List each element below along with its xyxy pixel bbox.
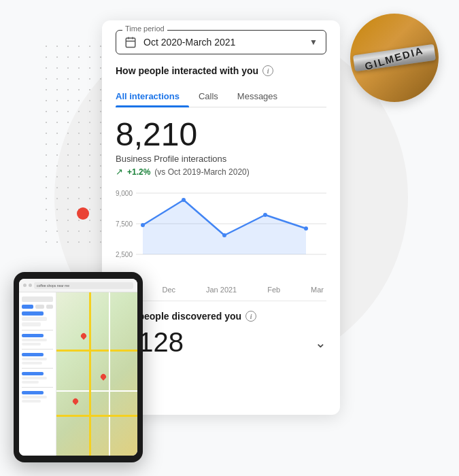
tab-calls[interactable]: Calls [189,86,228,107]
svg-point-15 [304,226,308,231]
trend-row: ↗ +1.2% (vs Oct 2019-March 2020) [116,167,326,177]
trend-up-icon: ↗ [116,167,123,177]
expand-icon[interactable]: ⌄ [315,335,326,351]
pen-brand-label: GILMEDIA [364,44,426,72]
url-bar[interactable]: coffee shops near me [34,282,133,289]
chart-x-labels: Nov Dec Jan 2021 Feb Mar [116,286,326,294]
map-road-2 [56,390,137,392]
sidebar-sep-1 [22,330,53,330]
chart-label-mar: Mar [311,286,324,294]
sidebar-result-3 [22,322,41,326]
sidebar-result-2 [22,317,47,321]
map-road-3 [89,292,91,456]
map-pin-1 [80,332,87,339]
map-pin-2 [100,373,107,380]
map-pin-3 [71,397,79,405]
svg-point-11 [141,223,145,227]
svg-rect-0 [126,38,135,48]
svg-point-13 [222,233,226,237]
sidebar-sep-2 [22,349,53,350]
discovered-title: How people discovered you i [116,311,326,322]
time-period-value: Oct 2020-March 2021 [143,37,303,48]
interactions-count: 8,210 [116,118,326,151]
svg-text:9,000: 9,000 [116,190,133,197]
dropdown-arrow-icon: ▼ [309,37,318,47]
map-road-4 [109,292,110,456]
tablet-screen: coffee shops near me [19,279,137,456]
interaction-tabs: All interactions Calls Messages [116,86,326,107]
discovered-number-row: 6,128 ⌄ [116,327,326,358]
gilmedia-photo: GILMEDIA [350,14,439,102]
chart-svg: 9,000 7,500 2,500 [116,186,326,282]
sidebar-search-bar [22,296,53,302]
time-period-wrapper: Time period Oct 2020-March 2021 ▼ [116,30,326,54]
sidebar-sep-3 [22,368,53,369]
time-period-selector[interactable]: Oct 2020-March 2021 ▼ [116,30,326,54]
browser-bar: coffee shops near me [19,279,137,292]
chart-label-feb: Feb [267,286,280,294]
map-area [56,292,137,456]
svg-text:7,500: 7,500 [116,220,133,228]
svg-point-12 [182,198,186,202]
trend-value: +1.2% [127,167,150,177]
interactions-chart: 9,000 7,500 2,500 Nov Dec Jan 2021 Feb M [116,186,326,295]
browser-dot-1 [23,284,27,287]
scene: Time period Oct 2020-March 2021 ▼ How pe… [0,0,459,476]
discovered-section: How people discovered you i 6,128 ⌄ [116,301,326,358]
interactions-metric-label: Business Profile interactions [116,154,326,164]
svg-point-14 [263,213,267,217]
tab-messages[interactable]: Messages [228,86,287,107]
trend-compare: (vs Oct 2019-March 2020) [154,167,249,177]
svg-text:2,500: 2,500 [116,251,133,258]
time-period-label: Time period [122,24,167,33]
calendar-icon [124,36,137,48]
tablet-device: coffee shops near me [14,272,143,462]
tablet-sidebar [19,292,56,456]
sidebar-result-1 [22,311,44,316]
pen-body: GILMEDIA [353,44,436,71]
svg-marker-10 [143,200,306,254]
browser-dot-2 [29,284,32,287]
chart-label-jan: Jan 2021 [206,286,237,294]
map-road-5 [56,415,137,417]
interactions-section-title: How people interacted with you i [116,65,326,76]
sidebar-sep-4 [22,387,53,388]
red-dot-accent [77,207,89,220]
tab-all-interactions[interactable]: All interactions [116,86,189,107]
tablet-content [19,292,137,456]
map-road-1 [56,350,137,352]
chart-label-dec: Dec [162,286,175,294]
info-icon-interactions[interactable]: i [262,65,273,76]
info-icon-discovered[interactable]: i [245,311,256,322]
